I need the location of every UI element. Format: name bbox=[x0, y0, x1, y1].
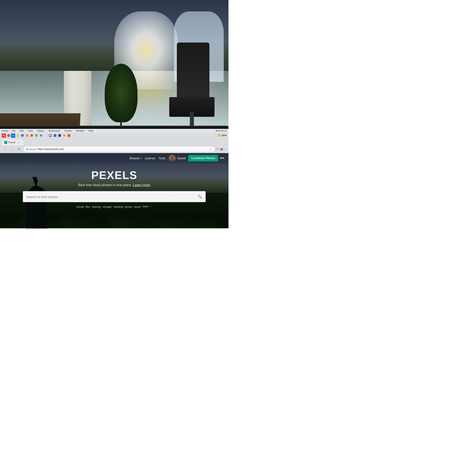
browse-chevron-icon: ▾ bbox=[140, 157, 141, 159]
gmail-icon[interactable]: M bbox=[2, 134, 6, 138]
ext5-icon[interactable]: 🟢 bbox=[34, 134, 38, 138]
ext7-icon[interactable]: ⬜ bbox=[44, 134, 48, 138]
contribute-photos-button[interactable]: Contribute Photos bbox=[188, 155, 218, 161]
nav-user[interactable]: Daniel bbox=[169, 155, 186, 162]
calendar-icon[interactable]: Cal bbox=[11, 134, 15, 138]
suggestion-tags: house blur training vintage meeting phon… bbox=[23, 205, 206, 209]
menu-people[interactable]: People bbox=[64, 129, 73, 132]
suggestion-meeting[interactable]: meeting bbox=[113, 205, 123, 209]
refresh-button[interactable]: ↻ bbox=[16, 146, 22, 152]
suggestion-wood[interactable]: wood bbox=[134, 205, 140, 209]
pexels-tagline: Best free stock photos in one place. Lea… bbox=[23, 183, 206, 187]
system-icons: 📶 100% bbox=[218, 134, 227, 137]
search-icon[interactable]: 🔍 bbox=[198, 194, 202, 199]
suggestion-phone[interactable]: phone bbox=[125, 205, 132, 209]
chrome-label: hrome bbox=[2, 130, 8, 132]
ext4-icon[interactable]: 🔴 bbox=[30, 134, 34, 138]
system-time: Wed 16:15 bbox=[216, 130, 227, 132]
bookmark-icon[interactable]: ☆ bbox=[209, 147, 212, 151]
menu-bookmarks[interactable]: Bookmarks bbox=[48, 129, 61, 132]
url-text: https://www.pexels.com bbox=[37, 148, 64, 151]
more-options-button[interactable]: ••• bbox=[220, 156, 224, 161]
tab-close-button[interactable]: × bbox=[17, 141, 20, 144]
menu-window[interactable]: Window bbox=[75, 129, 85, 132]
suggestion-vintage[interactable]: vintage bbox=[102, 205, 112, 209]
ext-more-icon[interactable]: ⋯ bbox=[224, 147, 227, 151]
monitor: hrome File Edit View History Bookmarks P… bbox=[0, 126, 228, 228]
ext8-icon[interactable]: 🔲 bbox=[48, 134, 52, 138]
address-bar[interactable]: Secure https://www.pexels.com ☆ bbox=[23, 146, 215, 152]
suggestion-training[interactable]: training bbox=[92, 205, 101, 209]
office-scene bbox=[0, 0, 228, 142]
menu-bar: hrome File Edit View History Bookmarks P… bbox=[0, 129, 228, 133]
svg-point-2 bbox=[171, 156, 173, 159]
secure-indicator: Secure bbox=[26, 148, 36, 151]
pexels-nav: Browse ▾ License Tools bbox=[0, 153, 228, 163]
nav-browse[interactable]: Browse ▾ bbox=[130, 156, 141, 160]
gdrive-icon[interactable]: 🔴 bbox=[6, 134, 11, 138]
search-input[interactable] bbox=[26, 195, 196, 198]
menu-history[interactable]: History bbox=[36, 129, 45, 132]
back-button[interactable]: ‹ bbox=[2, 146, 8, 152]
lock-icon bbox=[26, 148, 28, 151]
ext1-icon[interactable]: 🟡 bbox=[16, 134, 20, 138]
more-suggestions[interactable]: more → bbox=[142, 205, 152, 209]
suggestion-house[interactable]: house bbox=[76, 205, 84, 209]
search-bar[interactable]: 🔍 bbox=[23, 191, 206, 202]
nav-license[interactable]: License bbox=[145, 156, 155, 160]
hero-content: PEXELS Best free stock photos in one pla… bbox=[23, 169, 206, 209]
browser-right-icons: 🛡 📦 ⋯ bbox=[216, 147, 227, 151]
ext9-icon[interactable]: 🟦 bbox=[53, 134, 57, 138]
nav-tools[interactable]: Tools bbox=[158, 156, 165, 160]
ext2-icon[interactable]: 🔵 bbox=[20, 134, 25, 138]
wifi-icon: 📶 bbox=[218, 134, 221, 137]
menu-view[interactable]: View bbox=[27, 129, 34, 132]
ext3-icon[interactable]: 🟠 bbox=[25, 134, 29, 138]
extensions-bar: M 🔴 Cal 🟡 🔵 🟠 🔴 🟢 🔷 ⬜ 🔲 🟦 ⬛ 🔶 🟥 📶 100% bbox=[0, 133, 228, 138]
tab-favicon: P bbox=[4, 141, 7, 144]
dropbox-icon: 📦 bbox=[220, 147, 223, 151]
svg-rect-0 bbox=[26, 149, 28, 151]
secure-label: Secure bbox=[29, 148, 36, 151]
monitor-screen: hrome File Edit View History Bookmarks P… bbox=[0, 129, 228, 228]
pexels-site: Browse ▾ License Tools bbox=[0, 153, 228, 228]
ext10-icon[interactable]: ⬛ bbox=[58, 134, 62, 138]
pexels-brand: PEXELS bbox=[23, 169, 206, 182]
menu-file[interactable]: File bbox=[11, 129, 16, 132]
ext11-icon[interactable]: 🔶 bbox=[62, 134, 67, 138]
tab-bar: P Pexels × bbox=[0, 138, 228, 145]
ext12-icon[interactable]: 🟥 bbox=[67, 134, 71, 138]
battery-icon: 100% bbox=[221, 134, 227, 137]
ext6-icon[interactable]: 🔷 bbox=[39, 134, 43, 138]
learn-more-link[interactable]: Learn more bbox=[133, 183, 150, 187]
user-avatar bbox=[169, 155, 176, 162]
tab-title: Pexels bbox=[8, 141, 16, 144]
address-bar-row: ‹ › ↻ Secure https://www.pexels.com ☆ bbox=[0, 145, 228, 153]
menu-edit[interactable]: Edit bbox=[19, 129, 25, 132]
forward-button[interactable]: › bbox=[9, 146, 15, 152]
pexels-hero: Browse ▾ License Tools bbox=[0, 153, 228, 228]
shield-icon: 🛡 bbox=[216, 147, 219, 151]
active-tab[interactable]: P Pexels × bbox=[2, 139, 23, 145]
suggestion-blur[interactable]: blur bbox=[86, 205, 90, 209]
user-name: Daniel bbox=[177, 156, 186, 160]
browser-chrome: hrome File Edit View History Bookmarks P… bbox=[0, 129, 228, 153]
menu-help[interactable]: Help bbox=[87, 129, 94, 132]
